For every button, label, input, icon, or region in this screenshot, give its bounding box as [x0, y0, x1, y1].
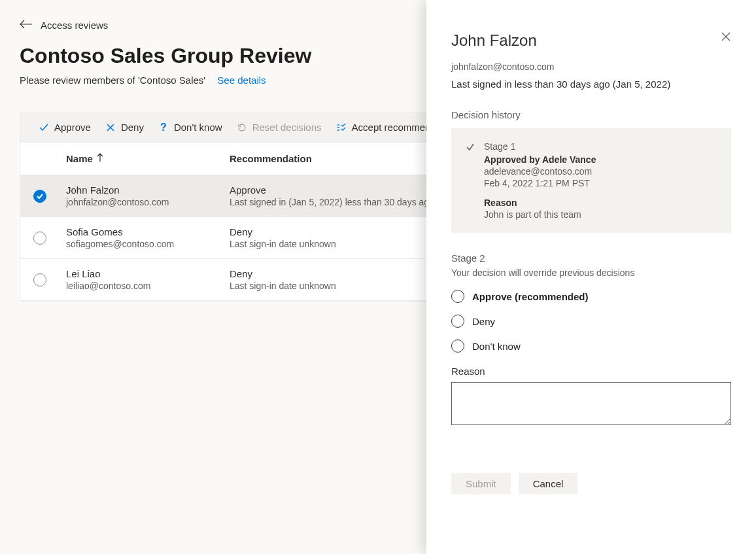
check-icon	[39, 122, 49, 133]
reset-decisions-button: Reset decisions	[237, 122, 322, 133]
row-select-radio[interactable]	[33, 273, 46, 286]
reason-textarea[interactable]	[451, 382, 731, 425]
history-decision: Approved by Adele Vance	[484, 154, 717, 165]
column-name[interactable]: Name	[66, 153, 230, 164]
row-email: leiliao@contoso.com	[66, 281, 150, 291]
stage2-label: Stage 2	[451, 252, 731, 264]
override-note: Your decision will override previous dec…	[451, 268, 731, 278]
sort-asc-icon	[97, 153, 103, 164]
dont-know-button[interactable]: ? Don't know	[158, 122, 222, 133]
reason-field-label: Reason	[451, 366, 731, 377]
check-icon	[466, 143, 475, 220]
option-dont-know[interactable]: Don't know	[451, 339, 731, 353]
history-date: Feb 4, 2022 1:21 PM PST	[484, 178, 717, 188]
row-name: Sofia Gomes	[66, 226, 174, 237]
list-check-icon	[336, 122, 347, 133]
see-details-link[interactable]: See details	[217, 75, 266, 86]
option-deny[interactable]: Deny	[451, 315, 731, 328]
history-approver-email: adelevance@contoso.com	[484, 166, 717, 177]
breadcrumb-label: Access reviews	[41, 20, 108, 31]
history-reason: John is part of this team	[484, 209, 717, 220]
cancel-button[interactable]: Cancel	[519, 473, 578, 494]
radio-icon	[451, 339, 464, 353]
row-select-radio[interactable]	[33, 190, 46, 203]
submit-button[interactable]: Submit	[451, 473, 511, 494]
decision-history-card: Stage 1 Approved by Adele Vance adelevan…	[451, 128, 731, 233]
row-name: Lei Liao	[66, 268, 150, 279]
panel-title: John Falzon	[451, 31, 537, 50]
row-email: johnfalzon@contoso.com	[66, 197, 169, 207]
question-icon: ?	[158, 122, 169, 133]
history-stage: Stage 1	[484, 141, 717, 152]
panel-signin-info: Last signed in less than 30 days ago (Ja…	[451, 78, 731, 90]
decision-history-label: Decision history	[451, 109, 731, 120]
close-button[interactable]	[721, 31, 731, 44]
history-reason-label: Reason	[484, 198, 717, 208]
details-panel: John Falzon johnfalzon@contoso.com Last …	[426, 0, 756, 554]
deny-button[interactable]: Deny	[105, 122, 144, 133]
subtitle-text: Please review members of 'Contoso Sales'	[20, 75, 205, 86]
row-name: John Falzon	[66, 184, 169, 196]
option-approve[interactable]: Approve (recommended)	[451, 290, 731, 303]
row-select-radio[interactable]	[33, 232, 46, 245]
row-email: sofiagomes@contoso.com	[66, 239, 174, 249]
approve-button[interactable]: Approve	[39, 122, 91, 133]
reset-icon	[237, 122, 247, 133]
radio-icon	[451, 315, 464, 328]
radio-icon	[451, 290, 464, 303]
x-icon	[105, 122, 116, 133]
back-arrow-icon[interactable]	[20, 20, 33, 31]
panel-email: johnfalzon@contoso.com	[451, 61, 731, 72]
